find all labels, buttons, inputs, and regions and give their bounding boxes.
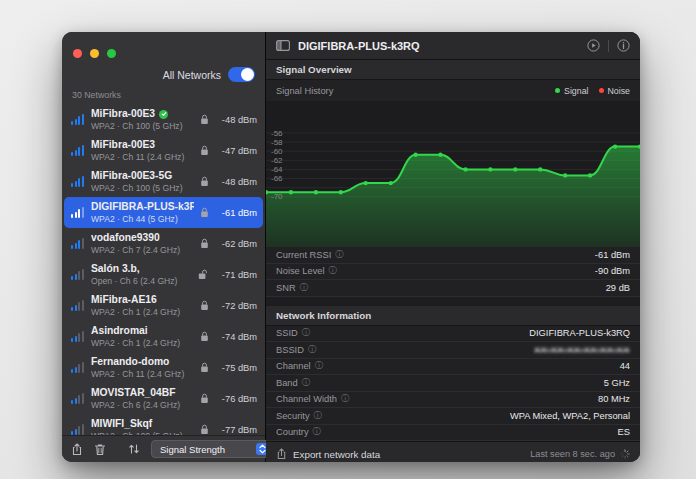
wifi-signal-icon bbox=[70, 114, 85, 125]
network-name: Asindromai bbox=[91, 325, 148, 337]
all-networks-toggle[interactable] bbox=[228, 67, 255, 82]
row-label: Security ⓘ bbox=[276, 411, 322, 421]
network-detail: Open · Ch 6 (2.4 GHz) bbox=[91, 276, 192, 286]
lock-icon bbox=[200, 238, 209, 249]
network-text: vodafone9390 WPA2 · Ch 7 (2.4 GHz) bbox=[91, 232, 194, 255]
lock-icon bbox=[200, 393, 209, 404]
network-rssi: -74 dBm bbox=[213, 332, 257, 342]
noise-legend-dot-icon bbox=[599, 88, 604, 93]
share-icon[interactable] bbox=[71, 443, 83, 456]
network-name-row: MiFibra-AE16 bbox=[91, 294, 194, 306]
svg-text:-70: -70 bbox=[271, 192, 283, 201]
network-right: -72 dBm bbox=[200, 300, 257, 311]
play-circle-icon[interactable] bbox=[587, 39, 600, 52]
info-icon[interactable]: ⓘ bbox=[315, 362, 323, 370]
key-value-row: Current RSSI ⓘ -61 dBm bbox=[266, 247, 640, 264]
info-icon[interactable]: ⓘ bbox=[335, 251, 343, 259]
network-name: MiFibra-00E3 bbox=[91, 139, 155, 151]
network-name: vodafone9390 bbox=[91, 232, 160, 244]
row-label: Band ⓘ bbox=[276, 378, 310, 388]
network-right: -76 dBm bbox=[200, 393, 257, 404]
network-list-item[interactable]: MiFibra-00E3 WPA2 · Ch 100 (5 GHz) -48 d… bbox=[64, 104, 263, 135]
row-label-text: Channel Width bbox=[276, 394, 337, 404]
wifi-signal-icon bbox=[70, 207, 85, 218]
info-icon[interactable]: ⓘ bbox=[313, 428, 321, 436]
network-right: -74 dBm bbox=[200, 331, 257, 342]
signal-legend-dot-icon bbox=[555, 88, 560, 93]
row-label: Channel Width ⓘ bbox=[276, 394, 349, 404]
stats-section: Current RSSI ⓘ -61 dBm Noise Level ⓘ -90… bbox=[266, 247, 640, 297]
row-value: -90 dBm bbox=[595, 266, 630, 276]
info-icon[interactable]: ⓘ bbox=[302, 379, 310, 387]
network-text: MiFibra-AE16 WPA2 · Ch 1 (2.4 GHz) bbox=[91, 294, 194, 317]
sort-by-select[interactable]: Signal Strength bbox=[151, 440, 271, 458]
network-list-item[interactable]: MiFibra-00E3-5G WPA2 · Ch 100 (5 GHz) -4… bbox=[64, 166, 263, 197]
key-value-row: Security ⓘ WPA Mixed, WPA2, Personal bbox=[266, 408, 640, 425]
minimize-window-button[interactable] bbox=[90, 49, 99, 58]
zoom-window-button[interactable] bbox=[107, 49, 116, 58]
key-value-row: Channel Width ⓘ 80 MHz bbox=[266, 392, 640, 409]
row-value: 5 GHz bbox=[604, 378, 630, 388]
lock-icon bbox=[200, 424, 209, 435]
detail-footer: Export network data Last seen 8 sec. ago bbox=[266, 441, 640, 462]
info-icon[interactable]: ⓘ bbox=[314, 412, 322, 420]
network-rssi: -76 dBm bbox=[213, 394, 257, 404]
svg-text:-66: -66 bbox=[271, 174, 283, 183]
network-name-row: Salón 3.b, bbox=[91, 263, 192, 275]
network-list-item[interactable]: Fernando-domo WPA2 · Ch 11 (2.4 GHz) -75… bbox=[64, 352, 263, 383]
wifi-signal-icon bbox=[70, 145, 85, 156]
close-window-button[interactable] bbox=[73, 49, 82, 58]
network-list-item[interactable]: vodafone9390 WPA2 · Ch 7 (2.4 GHz) -62 d… bbox=[64, 228, 263, 259]
row-label: Country ⓘ bbox=[276, 427, 321, 437]
network-rssi: -71 dBm bbox=[213, 270, 257, 280]
info-icon[interactable]: ⓘ bbox=[300, 284, 308, 292]
network-list-item[interactable]: Salón 3.b, Open · Ch 6 (2.4 GHz) -71 dBm bbox=[64, 259, 263, 290]
network-information-section-header: Network Information bbox=[266, 306, 640, 326]
network-name: DIGIFIBRA-PLUS-k3RQ bbox=[91, 201, 194, 213]
filter-row: All Networks bbox=[62, 63, 265, 89]
network-rssi: -48 dBm bbox=[213, 115, 257, 125]
network-list-item[interactable]: Asindromai WPA2 · Ch 1 (2.4 GHz) -74 dBm bbox=[64, 321, 263, 352]
network-text: MOVISTAR_04BF WPA2 · Ch 6 (2.4 GHz) bbox=[91, 387, 194, 410]
network-detail: WPA2 · Ch 11 (2.4 GHz) bbox=[91, 152, 194, 162]
network-list-item[interactable]: DIGIFIBRA-PLUS-k3RQ WPA2 · Ch 44 (5 GHz)… bbox=[64, 197, 263, 228]
signal-history-row: Signal History Signal Noise bbox=[266, 80, 640, 101]
network-name-row: MIWIFI_Skqf bbox=[91, 418, 194, 430]
row-value: WPA Mixed, WPA2, Personal bbox=[510, 411, 630, 421]
network-name: MiFibra-00E3 bbox=[91, 108, 155, 120]
sidebar: All Networks 30 Networks MiFibra-00E3 WP… bbox=[62, 32, 266, 462]
network-name-row: MiFibra-00E3 bbox=[91, 108, 194, 120]
lock-icon bbox=[200, 176, 209, 187]
all-networks-label: All Networks bbox=[163, 69, 221, 81]
info-icon[interactable]: ⓘ bbox=[302, 329, 310, 337]
toggle-knob bbox=[241, 68, 254, 81]
network-list-item[interactable]: MIWIFI_Skqf WPA2 · Ch 100 (5 GHz) -77 dB… bbox=[64, 414, 263, 435]
info-icon[interactable]: ⓘ bbox=[341, 395, 349, 403]
signal-overview-title: Signal Overview bbox=[276, 64, 352, 75]
network-text: MiFibra-00E3 WPA2 · Ch 100 (5 GHz) bbox=[91, 108, 194, 131]
network-list-item[interactable]: MiFibra-AE16 WPA2 · Ch 1 (2.4 GHz) -72 d… bbox=[64, 290, 263, 321]
unlock-icon bbox=[198, 269, 209, 280]
network-name: MOVISTAR_04BF bbox=[91, 387, 176, 399]
network-text: MiFibra-00E3-5G WPA2 · Ch 100 (5 GHz) bbox=[91, 170, 194, 193]
svg-text:-58: -58 bbox=[271, 138, 283, 147]
sidebar-toggle-icon[interactable] bbox=[276, 40, 290, 51]
row-value: 80 MHz bbox=[598, 394, 630, 404]
network-list-item[interactable]: MOVISTAR_04BF WPA2 · Ch 6 (2.4 GHz) -76 … bbox=[64, 383, 263, 414]
network-list-item[interactable]: MiFibra-00E3 WPA2 · Ch 11 (2.4 GHz) -47 … bbox=[64, 135, 263, 166]
export-network-data-button[interactable]: Export network data bbox=[293, 449, 380, 460]
network-rssi: -48 dBm bbox=[213, 177, 257, 187]
network-list: MiFibra-00E3 WPA2 · Ch 100 (5 GHz) -48 d… bbox=[62, 104, 265, 435]
key-value-row: Noise Level ⓘ -90 dBm bbox=[266, 264, 640, 281]
info-circle-icon[interactable] bbox=[617, 39, 630, 52]
sort-direction-icon[interactable] bbox=[128, 443, 140, 455]
row-label-text: Band bbox=[276, 378, 298, 388]
key-value-row: SSID ⓘ DIGIFIBRA-PLUS-k3RQ bbox=[266, 326, 640, 343]
trash-icon[interactable] bbox=[94, 443, 106, 456]
row-label-text: SNR bbox=[276, 283, 296, 293]
row-value: XX:XX:XX:XX:XX:XX bbox=[534, 345, 630, 355]
row-label-text: Noise Level bbox=[276, 266, 325, 276]
wifi-signal-icon bbox=[70, 176, 85, 187]
info-icon[interactable]: ⓘ bbox=[329, 267, 337, 275]
info-icon[interactable]: ⓘ bbox=[308, 346, 316, 354]
